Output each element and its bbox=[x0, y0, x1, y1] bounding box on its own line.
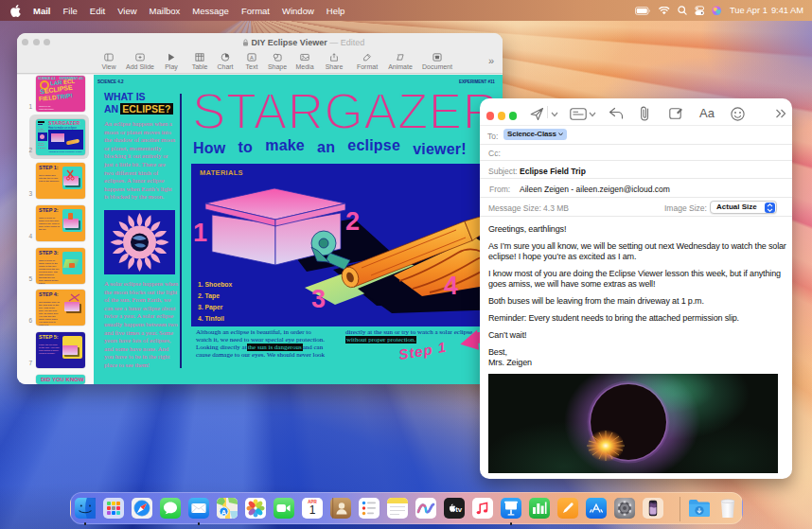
svg-text:A: A bbox=[221, 508, 227, 517]
svg-text:2: 2 bbox=[345, 207, 360, 236]
svg-text:1: 1 bbox=[193, 219, 207, 247]
svg-text:A: A bbox=[250, 55, 254, 61]
svg-text:4: 4 bbox=[444, 272, 458, 300]
svg-text:3: 3 bbox=[311, 285, 326, 313]
svg-text:tv: tv bbox=[455, 505, 463, 514]
